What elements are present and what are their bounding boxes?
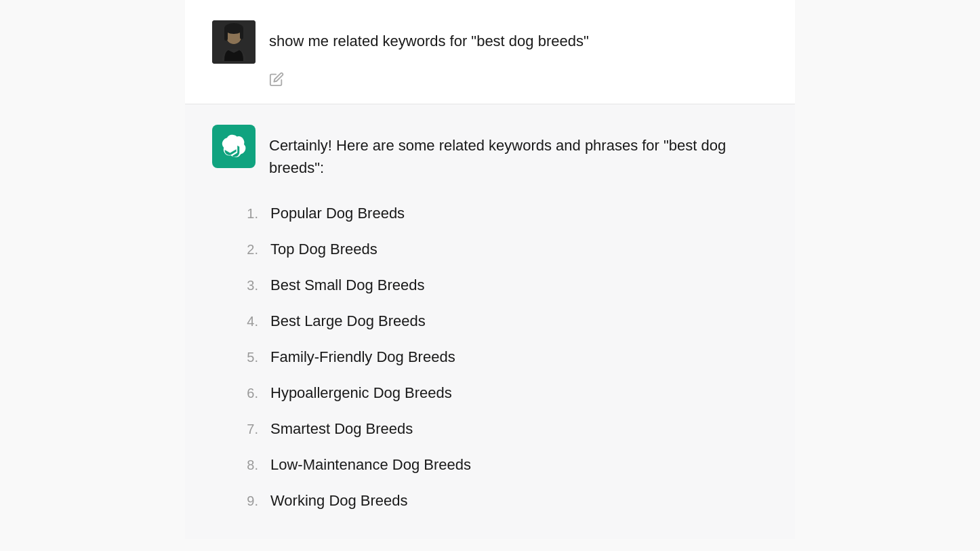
assistant-avatar — [212, 125, 256, 168]
list-item: 7.Smartest Dog Breeds — [239, 411, 768, 447]
svg-rect-5 — [240, 27, 243, 39]
list-item-text: Popular Dog Breeds — [270, 202, 405, 224]
list-item: 8.Low-Maintenance Dog Breeds — [239, 447, 768, 483]
keyword-list: 1.Popular Dog Breeds2.Top Dog Breeds3.Be… — [239, 195, 768, 518]
list-item-text: Family-Friendly Dog Breeds — [270, 346, 455, 368]
list-item-text: Best Small Dog Breeds — [270, 274, 424, 296]
list-item: 9.Working Dog Breeds — [239, 483, 768, 518]
list-item-text: Top Dog Breeds — [270, 238, 377, 260]
openai-logo-icon — [222, 134, 246, 159]
list-item-text: Hypoallergenic Dog Breeds — [270, 382, 452, 404]
list-number: 7. — [239, 419, 258, 439]
user-avatar-image — [212, 20, 256, 64]
list-item-text: Smartest Dog Breeds — [270, 417, 413, 440]
user-message-row: show me related keywords for "best dog b… — [212, 20, 768, 64]
list-number: 5. — [239, 347, 258, 367]
list-item: 3.Best Small Dog Breeds — [239, 267, 768, 303]
svg-rect-4 — [224, 27, 228, 41]
list-item-text: Low-Maintenance Dog Breeds — [270, 453, 471, 476]
list-number: 3. — [239, 275, 258, 295]
assistant-message-block: Certainly! Here are some related keyword… — [185, 104, 795, 539]
list-item-text: Working Dog Breeds — [270, 489, 408, 512]
list-item: 4.Best Large Dog Breeds — [239, 303, 768, 339]
list-number: 9. — [239, 491, 258, 511]
avatar — [212, 20, 256, 64]
list-item: 1.Popular Dog Breeds — [239, 195, 768, 231]
assistant-intro-text: Certainly! Here are some related keyword… — [269, 125, 768, 179]
list-item: 2.Top Dog Breeds — [239, 231, 768, 267]
edit-icon-row — [269, 72, 768, 90]
list-number: 6. — [239, 383, 258, 403]
assistant-message-row: Certainly! Here are some related keyword… — [212, 125, 768, 179]
list-number: 4. — [239, 311, 258, 331]
list-item-text: Best Large Dog Breeds — [270, 310, 426, 332]
list-item: 6.Hypoallergenic Dog Breeds — [239, 375, 768, 411]
conversation-container: show me related keywords for "best dog b… — [185, 0, 795, 539]
list-number: 1. — [239, 203, 258, 224]
list-item: 5.Family-Friendly Dog Breeds — [239, 339, 768, 375]
list-number: 8. — [239, 455, 258, 475]
list-number: 2. — [239, 239, 258, 260]
edit-icon[interactable] — [269, 75, 284, 89]
user-message-text: show me related keywords for "best dog b… — [269, 20, 589, 52]
user-message-block: show me related keywords for "best dog b… — [185, 0, 795, 104]
